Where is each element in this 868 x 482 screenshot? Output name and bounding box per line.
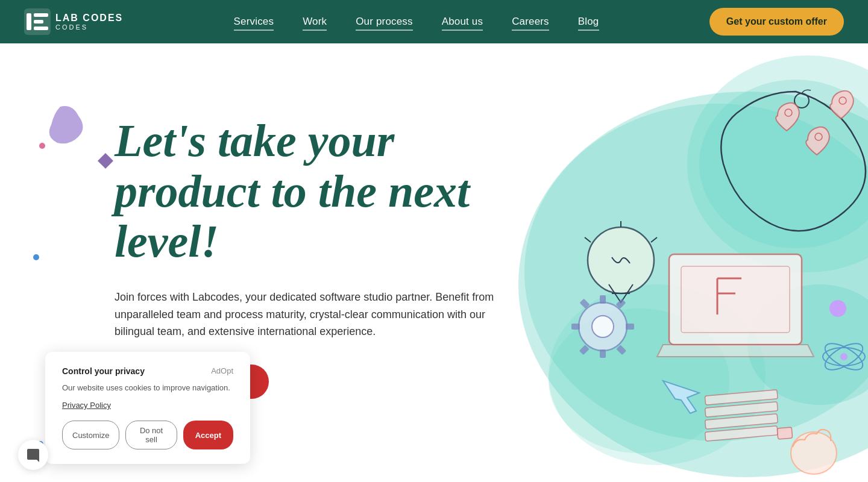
- svg-rect-19: [571, 324, 580, 330]
- customize-button[interactable]: Customize: [62, 421, 119, 449]
- svg-point-39: [829, 300, 846, 317]
- do-not-sell-button[interactable]: Do not sell: [125, 421, 177, 449]
- nav-services[interactable]: Services: [234, 16, 274, 30]
- nav-our-process[interactable]: Our process: [356, 16, 412, 30]
- svg-rect-16: [600, 295, 606, 304]
- cookie-header: Control your privacy AdOpt: [62, 366, 233, 376]
- nav-about-us[interactable]: About us: [442, 16, 483, 30]
- svg-rect-25: [681, 266, 790, 333]
- logo[interactable]: LAB CODES CODES: [24, 8, 123, 35]
- chat-bubble-button[interactable]: [18, 440, 48, 470]
- get-custom-offer-button[interactable]: Get your custom offer: [709, 8, 844, 36]
- svg-rect-3: [34, 20, 43, 23]
- decorative-dot-blue: [33, 254, 39, 260]
- svg-point-15: [592, 316, 614, 337]
- sparkle-purple-blob: [48, 104, 84, 146]
- svg-rect-18: [626, 324, 634, 330]
- hero-title: Let's take your product to the next leve…: [115, 116, 524, 267]
- svg-rect-30: [777, 427, 792, 439]
- svg-rect-17: [600, 349, 606, 358]
- svg-rect-4: [34, 27, 48, 30]
- sparkle-diamond: [96, 152, 115, 170]
- nav-blog[interactable]: Blog: [578, 16, 599, 30]
- privacy-policy-link[interactable]: Privacy Policy: [62, 401, 233, 410]
- cookie-banner: Control your privacy AdOpt Our website u…: [45, 352, 250, 465]
- nav-links: Services Work Our process About us Caree…: [234, 16, 599, 28]
- nav-work[interactable]: Work: [303, 16, 327, 30]
- logo-text-codes: CODES: [55, 23, 123, 31]
- nav-careers[interactable]: Careers: [512, 16, 549, 30]
- svg-point-31: [791, 432, 837, 474]
- navbar: LAB CODES CODES Services Work Our proces…: [0, 0, 868, 43]
- decorative-dot-pink: [39, 143, 45, 149]
- hero-section: Let's take your product to the next leve…: [0, 43, 868, 482]
- accept-button[interactable]: Accept: [183, 421, 233, 449]
- cookie-body: Our website uses cookies to improve navi…: [62, 382, 233, 394]
- hero-description: Join forces with Labcodes, your dedicate…: [115, 289, 500, 340]
- svg-point-38: [840, 353, 848, 360]
- logo-text-lab: LAB CODES: [55, 13, 123, 23]
- cookie-buttons: Customize Do not sell Accept: [62, 421, 233, 449]
- cookie-title: Control your privacy: [62, 366, 145, 376]
- chat-icon: [26, 448, 40, 462]
- svg-rect-2: [34, 13, 48, 17]
- cookie-adopt: AdOpt: [211, 366, 233, 375]
- svg-rect-1: [27, 13, 31, 30]
